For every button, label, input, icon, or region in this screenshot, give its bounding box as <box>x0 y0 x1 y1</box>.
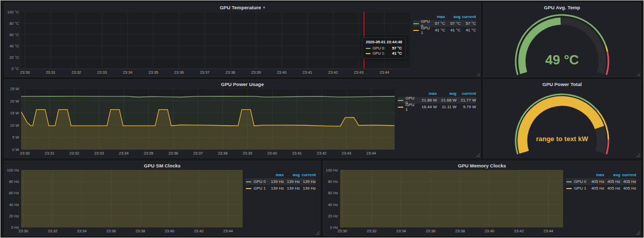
y-tick-label: 5 W <box>12 135 19 140</box>
panel-resize-handle[interactable] <box>476 73 480 76</box>
y-tick-label: 0 Hz <box>330 225 338 230</box>
x-tick-label: 23:40 <box>277 70 286 75</box>
panel-title-text: GPU Power Total <box>543 81 582 87</box>
y-tick-label: 80 Hz <box>9 179 19 184</box>
x-tick-label: 23:30 <box>20 151 30 156</box>
legend: maxavgcurrentGPU 057 °C57 °C57 °CGPU 141… <box>410 12 478 75</box>
legend-column-current[interactable]: current <box>300 173 316 177</box>
legend-value: 139 Hz <box>300 186 316 191</box>
x-tick-label: 23:31 <box>45 151 55 156</box>
y-tick-label: 40 Hz <box>9 202 19 207</box>
legend-column-max[interactable]: max <box>417 91 437 96</box>
panel-title-text: GPU Avg. Temp <box>544 5 580 10</box>
y-tick-label: 60 °C <box>9 32 19 37</box>
x-tick-label: 23:42 <box>194 229 204 233</box>
y-tick-label: 0 W <box>12 147 19 152</box>
series-label[interactable]: GPU 1 <box>574 186 586 191</box>
legend-value: 405 Hz <box>620 179 636 184</box>
legend-value: 57 °C <box>461 21 476 26</box>
panel-resize-handle[interactable] <box>636 154 640 157</box>
legend-value: 405 Hz <box>620 186 636 191</box>
gauge-fill-arc <box>522 101 600 152</box>
panel-title-gpu-temperature[interactable]: GPU Temperature ▾ <box>5 3 480 12</box>
gauge-value: 49 °C <box>484 52 640 68</box>
tooltip-row: GPU 0: 57 °C <box>366 46 402 50</box>
legend-value: 405 Hz <box>588 186 604 191</box>
y-tick-label: 100 °C <box>7 10 19 14</box>
panel-title-gpu-avg-temp[interactable]: GPU Avg. Temp <box>484 3 640 12</box>
legend-value: 41 °C <box>445 28 461 32</box>
y-axis-labels: 0 Hz20 Hz40 Hz60 Hz80 Hz100 Hz <box>326 170 340 234</box>
legend-value: 57 °C <box>445 21 461 26</box>
plot-area[interactable] <box>21 89 395 150</box>
legend-row-GPU-0[interactable]: GPU 0405 Hz405 Hz405 Hz <box>566 178 636 185</box>
legend-column-max[interactable]: max <box>268 173 284 177</box>
series-label[interactable]: GPU 1 <box>421 26 430 35</box>
x-axis-labels: 23:3023:3123:3223:3323:3423:3523:3623:37… <box>21 69 410 75</box>
panel-title-text: GPU Power Usage <box>221 81 264 87</box>
panel-resize-handle[interactable] <box>636 231 640 235</box>
x-tick-label: 23:32 <box>367 229 377 233</box>
legend-column-avg[interactable]: avg <box>437 91 456 96</box>
series-label[interactable]: GPU 0 <box>253 179 266 184</box>
legend-column-max[interactable]: max <box>430 14 445 19</box>
series-dash-icon <box>413 23 419 24</box>
legend-column-avg[interactable]: avg <box>284 173 300 177</box>
x-tick-label: 23:40 <box>267 151 277 156</box>
panel-gpu-avg-temp: GPU Avg. Temp 49 °C <box>483 3 641 77</box>
panel-title-text: GPU Temperature <box>219 5 261 10</box>
panel-title-gpu-sm-clocks[interactable]: GPU SM Clocks <box>5 161 320 170</box>
legend-value: 9.79 W <box>456 105 476 109</box>
legend-column-max[interactable]: max <box>588 173 604 177</box>
legend-row-GPU-1[interactable]: GPU 1405 Hz405 Hz405 Hz <box>566 185 636 192</box>
legend-column-current[interactable]: current <box>456 91 476 96</box>
x-tick-label: 23:36 <box>174 70 184 75</box>
y-tick-label: 25 W <box>10 87 19 91</box>
legend-value: 21.68 W <box>437 98 456 103</box>
legend-value: 21.86 W <box>417 98 437 103</box>
legend-row-GPU-1[interactable]: GPU 1139 Hz139 Hz139 Hz <box>246 185 316 192</box>
panel-resize-handle[interactable] <box>476 154 480 157</box>
legend-row-GPU-1[interactable]: GPU 141 °C41 °C41 °C <box>413 27 476 33</box>
x-tick-label: 23:32 <box>48 229 58 233</box>
plot-area[interactable] <box>21 12 410 69</box>
legend-value: 405 Hz <box>604 179 620 184</box>
y-tick-label: 40 °C <box>9 44 19 48</box>
legend-column-avg[interactable]: avg <box>604 173 620 177</box>
panel-title-gpu-memory-clocks[interactable]: GPU Memory Clocks <box>324 161 640 170</box>
legend-row-GPU-1[interactable]: GPU 116.44 W11.11 W9.79 W <box>398 104 476 110</box>
x-tick-label: 23:44 <box>380 70 389 75</box>
series-label[interactable]: GPU 1 <box>405 103 417 112</box>
chart-tooltip: 2020-05-01 23:44:48 GPU 0: 57 °C GPU 1: … <box>362 37 406 59</box>
y-tick-label: 15 W <box>10 111 19 115</box>
series-label[interactable]: GPU 0 <box>574 179 586 184</box>
panel-title-gpu-power-total[interactable]: GPU Power Total <box>484 80 640 89</box>
plot-area[interactable] <box>21 170 243 228</box>
legend-row-GPU-0[interactable]: GPU 0139 Hz139 Hz139 Hz <box>246 178 316 185</box>
legend-column-avg[interactable]: avg <box>445 14 461 19</box>
plot-area[interactable] <box>340 170 563 228</box>
gauge-canvas <box>484 89 640 157</box>
legend-column-current[interactable]: current <box>461 14 476 19</box>
x-tick-label: 23:36 <box>168 151 178 156</box>
panel-resize-handle[interactable] <box>316 231 319 235</box>
x-tick-label: 23:41 <box>302 70 312 75</box>
legend-column-current[interactable]: current <box>620 173 636 177</box>
x-axis-labels: 23:3023:3223:3423:3623:3823:4023:4223:44 <box>340 228 563 234</box>
series-dash-icon <box>246 181 251 182</box>
y-tick-label: 60 Hz <box>328 191 338 195</box>
x-tick-label: 23:39 <box>251 70 261 75</box>
x-tick-label: 23:34 <box>77 229 87 233</box>
y-tick-label: 20 W <box>10 98 19 103</box>
panel-gpu-power-usage: GPU Power Usage 0 W5 W10 W15 W20 W25 W 2… <box>4 79 481 158</box>
series-dash-icon <box>246 188 251 189</box>
panel-title-gpu-power-usage[interactable]: GPU Power Usage <box>5 80 480 89</box>
x-tick-label: 23:30 <box>19 229 28 233</box>
x-axis-labels: 23:3023:3123:3223:3323:3423:3523:3623:37… <box>21 150 395 156</box>
x-tick-label: 23:38 <box>226 70 235 75</box>
series-dash-icon <box>566 188 572 189</box>
series-dash-icon <box>566 181 572 182</box>
panel-resize-handle[interactable] <box>636 73 640 76</box>
series-label[interactable]: GPU 1 <box>253 186 266 191</box>
legend-header-row: maxavgcurrent <box>246 172 316 178</box>
